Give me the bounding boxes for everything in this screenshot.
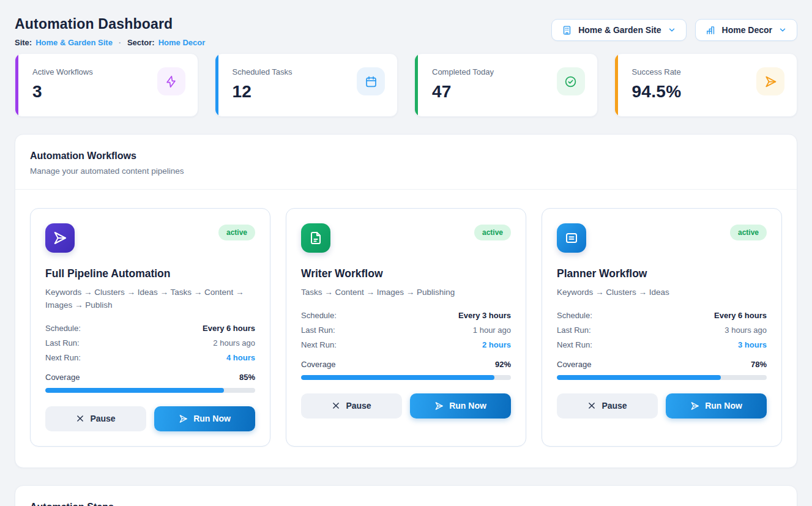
status-badge: active [218, 225, 255, 240]
send-icon [690, 401, 699, 411]
last-run-label: Last Run: [557, 326, 591, 335]
coverage-value: 92% [495, 360, 511, 369]
pause-button[interactable]: Pause [45, 406, 146, 431]
last-run-value: 2 hours ago [213, 338, 255, 348]
sector-link[interactable]: Home Decor [158, 38, 206, 47]
workflows-panel: Automation Workflows Manage your automat… [15, 134, 797, 468]
bar-chart-icon [706, 25, 716, 35]
stat-value: 47 [432, 82, 494, 102]
stat-info: Active Workflows 3 [32, 67, 93, 116]
run-now-button[interactable]: Run Now [666, 393, 767, 419]
page-title: Automation Dashboard [15, 16, 205, 32]
file-text-icon [301, 223, 330, 253]
stat-card-success-rate: Success Rate 94.5% [614, 53, 798, 117]
workflow-actions: Pause Run Now [45, 406, 255, 431]
pause-button[interactable]: Pause [557, 393, 658, 419]
coverage-block: Coverage78% [557, 358, 767, 380]
last-run-label: Last Run: [301, 326, 335, 335]
stats-row: Active Workflows 3 Scheduled Tasks 12 Co… [15, 53, 797, 117]
run-now-button-label: Run Now [449, 401, 486, 411]
next-run-label: Next Run: [45, 353, 81, 362]
coverage-progressbar [557, 375, 767, 380]
accent-bar [15, 54, 18, 116]
send-icon [756, 67, 784, 95]
send-icon [45, 223, 75, 253]
schedule-label: Schedule: [301, 311, 337, 320]
workflow-cards-grid: active Full Pipeline Automation Keywords… [15, 190, 797, 467]
workflow-card-full-pipeline: active Full Pipeline Automation Keywords… [30, 208, 270, 447]
schedule-label: Schedule: [45, 324, 81, 333]
workflow-title: Full Pipeline Automation [45, 267, 255, 280]
run-now-button[interactable]: Run Now [154, 406, 255, 431]
workflow-card-writer: active Writer Workflow Tasks → Content →… [286, 208, 526, 447]
next-run-label: Next Run: [557, 340, 592, 349]
coverage-label: Coverage [301, 360, 335, 369]
workflow-card-planner: active Planner Workflow Keywords → Clust… [542, 208, 782, 447]
workflow-card-top: active [557, 223, 767, 253]
workflow-meta: Schedule:Every 6 hours Last Run:3 hours … [557, 308, 767, 352]
breadcrumb: Site: Home & Garden Site · Sector: Home … [15, 38, 205, 47]
workflow-title: Writer Workflow [301, 267, 511, 280]
check-circle-icon [557, 67, 585, 95]
stat-label: Success Rate [632, 67, 682, 76]
site-dropdown[interactable]: Home & Garden Site [551, 19, 686, 41]
stat-label: Scheduled Tasks [233, 67, 292, 76]
chevron-down-icon [778, 26, 787, 34]
coverage-progress-fill [557, 375, 721, 380]
last-run-label: Last Run: [45, 338, 80, 348]
pause-button[interactable]: Pause [301, 393, 402, 419]
coverage-progressbar [301, 375, 511, 380]
stat-info: Success Rate 94.5% [632, 67, 682, 116]
stat-card-scheduled-tasks: Scheduled Tasks 12 [215, 53, 398, 117]
coverage-block: Coverage85% [45, 371, 255, 393]
accent-bar [215, 54, 218, 116]
workflow-actions: Pause Run Now [557, 393, 767, 419]
coverage-progress-fill [301, 375, 494, 380]
section-title: Automation Steps [30, 502, 782, 506]
stat-info: Scheduled Tasks 12 [233, 67, 292, 116]
x-icon [76, 414, 84, 423]
list-icon [557, 223, 586, 253]
section-title: Automation Workflows [30, 151, 782, 162]
stat-value: 94.5% [632, 82, 682, 102]
site-link[interactable]: Home & Garden Site [35, 38, 113, 47]
automation-dashboard-page: Automation Dashboard Site: Home & Garden… [0, 0, 812, 506]
calendar-icon [357, 67, 385, 95]
workflow-pipeline: Keywords → Clusters → Ideas → Tasks → Co… [45, 286, 255, 312]
coverage-progressbar [45, 388, 255, 393]
workflow-pipeline: Keywords → Clusters → Ideas [557, 286, 767, 299]
next-run-value: 4 hours [226, 353, 255, 362]
steps-panel-header: Automation Steps Configure which steps a… [15, 486, 797, 506]
status-badge: active [474, 225, 511, 240]
accent-bar [615, 54, 618, 116]
workflow-meta: Schedule:Every 6 hours Last Run:2 hours … [45, 321, 255, 365]
run-now-button-label: Run Now [193, 414, 231, 423]
next-run-value: 2 hours [482, 340, 511, 349]
workflows-panel-header: Automation Workflows Manage your automat… [15, 135, 797, 190]
schedule-value: Every 6 hours [714, 311, 767, 320]
schedule-value: Every 3 hours [458, 311, 511, 320]
pause-button-label: Pause [90, 414, 115, 423]
stat-card-completed-today: Completed Today 47 [414, 53, 598, 117]
automation-steps-panel: Automation Steps Configure which steps a… [15, 485, 797, 506]
header-left: Automation Dashboard Site: Home & Garden… [15, 16, 205, 47]
sector-label: Sector: [127, 38, 155, 47]
sector-dropdown[interactable]: Home Decor [695, 19, 797, 41]
run-now-button[interactable]: Run Now [410, 393, 511, 419]
coverage-label: Coverage [45, 373, 80, 382]
workflow-title: Planner Workflow [557, 267, 767, 280]
stat-value: 12 [233, 82, 292, 102]
next-run-value: 3 hours [738, 340, 767, 349]
coverage-value: 78% [751, 360, 767, 369]
status-badge: active [730, 225, 767, 240]
site-label: Site: [15, 38, 32, 47]
chevron-down-icon [668, 26, 676, 34]
sector-dropdown-label: Home Decor [722, 25, 772, 35]
workflow-pipeline: Tasks → Content → Images → Publishing [301, 286, 511, 299]
last-run-value: 3 hours ago [724, 326, 767, 335]
stat-card-active-workflows: Active Workflows 3 [15, 53, 198, 117]
coverage-block: Coverage92% [301, 358, 511, 380]
zap-icon [157, 67, 185, 95]
accent-bar [415, 54, 418, 116]
last-run-value: 1 hour ago [473, 326, 511, 335]
